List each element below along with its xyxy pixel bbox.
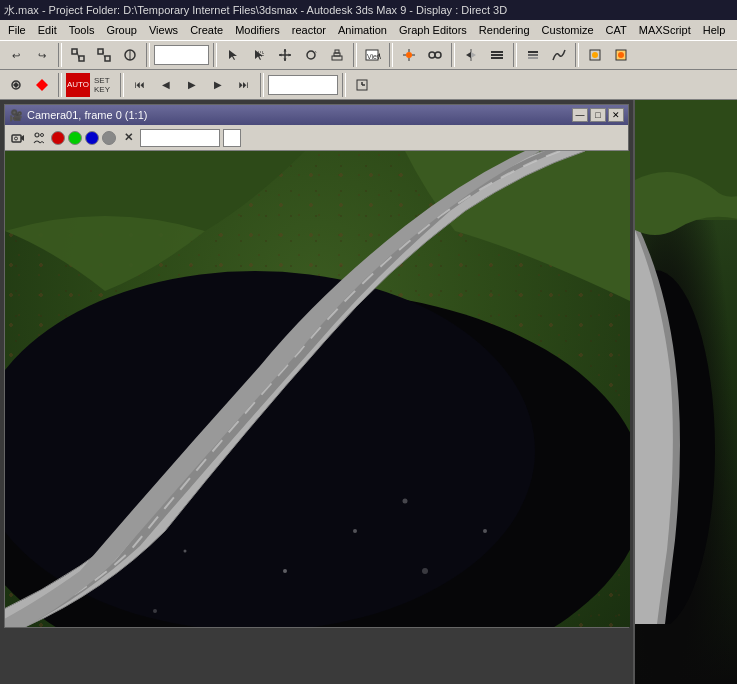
align-button[interactable] — [485, 43, 509, 67]
vp-gray-circle[interactable] — [102, 131, 116, 145]
svg-marker-43 — [13, 82, 19, 88]
bind-to-space-warp[interactable] — [118, 43, 142, 67]
undo-button[interactable]: ↩ — [4, 43, 28, 67]
view-label: View — [272, 79, 296, 91]
menu-graph-editors[interactable]: Graph Editors — [393, 22, 473, 38]
select-scale-button[interactable] — [325, 43, 349, 67]
tb-separator-2 — [146, 43, 150, 67]
render-button[interactable] — [609, 43, 633, 67]
vp-color-mode-dropdown[interactable]: RGB Alpha ▾ — [140, 129, 220, 147]
svg-marker-11 — [284, 49, 287, 52]
svg-rect-33 — [491, 54, 503, 56]
tb-separator-4 — [353, 43, 357, 67]
set-key-button[interactable] — [30, 73, 54, 97]
title-bar: 水.max - Project Folder: D:\Temporary Int… — [0, 0, 737, 20]
viewport-title: Camera01, frame 0 (1:1) — [27, 109, 147, 121]
menu-help[interactable]: Help — [697, 22, 732, 38]
menu-create[interactable]: Create — [184, 22, 229, 38]
svg-marker-13 — [279, 54, 282, 57]
viewport-close-btn[interactable]: ✕ — [608, 108, 624, 122]
render-setup-button[interactable] — [583, 43, 607, 67]
viewport-panel: 🎥 Camera01, frame 0 (1:1) — □ ✕ — [0, 100, 633, 684]
right-panel-content — [635, 100, 737, 684]
viewport-window: 🎥 Camera01, frame 0 (1:1) — □ ✕ — [4, 104, 629, 628]
menu-animation[interactable]: Animation — [332, 22, 393, 38]
vp-figures-icon — [30, 129, 48, 147]
right-panel-svg — [635, 100, 737, 624]
menu-tools[interactable]: Tools — [63, 22, 101, 38]
select-region-button[interactable] — [247, 43, 271, 67]
mirror-button[interactable] — [459, 43, 483, 67]
view-dropdown[interactable]: View ▾ — [268, 75, 338, 95]
selection-filter-dropdown[interactable]: All ▾ — [154, 45, 209, 65]
vp-x-btn[interactable]: ✕ — [119, 129, 137, 147]
select-object-button[interactable] — [221, 43, 245, 67]
svg-marker-31 — [471, 52, 476, 58]
vp-red-circle[interactable] — [51, 131, 65, 145]
keyframe-mode-button[interactable] — [4, 73, 28, 97]
svg-rect-3 — [98, 49, 103, 54]
redo-button[interactable]: ↪ — [30, 43, 54, 67]
viewport-canvas[interactable] — [5, 151, 630, 627]
svg-point-28 — [435, 52, 441, 58]
menu-maxscript[interactable]: MAXScript — [633, 22, 697, 38]
title-text: 水.max - Project Folder: D:\Temporary Int… — [4, 3, 507, 18]
vp-green-circle[interactable] — [68, 131, 82, 145]
svg-point-15 — [307, 51, 315, 59]
menu-file[interactable]: File — [2, 22, 32, 38]
menu-edit[interactable]: Edit — [32, 22, 63, 38]
play-animation-button[interactable]: ▶ — [180, 73, 204, 97]
svg-point-58 — [184, 550, 187, 553]
viewport-restore-btn[interactable]: □ — [590, 108, 606, 122]
select-rotate-button[interactable] — [299, 43, 323, 67]
svg-point-50 — [15, 137, 18, 140]
pivot-center-button[interactable] — [397, 43, 421, 67]
vp-blue-circle[interactable] — [85, 131, 99, 145]
svg-rect-1 — [79, 56, 84, 61]
auto-key-button[interactable]: AUTO — [66, 73, 90, 97]
svg-point-22 — [406, 52, 412, 58]
menu-group[interactable]: Group — [100, 22, 143, 38]
reference-coord-dropdown[interactable]: View — [361, 43, 385, 67]
svg-point-62 — [422, 568, 428, 574]
select-link-button[interactable] — [66, 43, 90, 67]
menu-modifiers[interactable]: Modifiers — [229, 22, 286, 38]
svg-rect-35 — [528, 51, 538, 53]
viewport-title-buttons: — □ ✕ — [572, 108, 624, 122]
menu-views[interactable]: Views — [143, 22, 184, 38]
select-move-button[interactable] — [273, 43, 297, 67]
svg-point-61 — [483, 529, 487, 533]
svg-point-59 — [403, 499, 408, 504]
set-key-mode-button[interactable]: SET KEY — [92, 73, 116, 97]
svg-point-52 — [41, 133, 44, 136]
svg-rect-48 — [12, 135, 21, 142]
unlink-button[interactable] — [92, 43, 116, 67]
svg-marker-14 — [289, 54, 292, 57]
svg-rect-16 — [332, 56, 342, 60]
tb-separator-7 — [513, 43, 517, 67]
toolbar2: AUTO SET KEY ⏮ ◀ ▶ ▶ ⏭ View ▾ — [0, 70, 737, 100]
viewport-minimize-btn[interactable]: — — [572, 108, 588, 122]
svg-point-51 — [35, 133, 39, 137]
svg-rect-37 — [528, 57, 538, 59]
time-config-button[interactable] — [350, 73, 374, 97]
menu-reactor[interactable]: reactor — [286, 22, 332, 38]
menu-customize[interactable]: Customize — [536, 22, 600, 38]
svg-rect-18 — [335, 50, 339, 53]
go-to-end-button[interactable]: ⏭ — [232, 73, 256, 97]
menu-bar: File Edit Tools Group Views Create Modif… — [0, 20, 737, 40]
vp-white-swatch[interactable] — [223, 129, 241, 147]
layer-manager-button[interactable] — [521, 43, 545, 67]
select-and-link-button[interactable] — [423, 43, 447, 67]
viewport-titlebar: 🎥 Camera01, frame 0 (1:1) — □ ✕ — [5, 105, 628, 125]
prev-frame-button[interactable]: ◀ — [154, 73, 178, 97]
go-to-start-button[interactable]: ⏮ — [128, 73, 152, 97]
menu-rendering[interactable]: Rendering — [473, 22, 536, 38]
menu-cat[interactable]: CAT — [600, 22, 633, 38]
tb-separator-1 — [58, 43, 62, 67]
right-panel — [633, 100, 737, 684]
svg-point-60 — [153, 609, 157, 613]
next-frame-button[interactable]: ▶ — [206, 73, 230, 97]
tb2-sep-3 — [260, 73, 264, 97]
curve-editor-button[interactable] — [547, 43, 571, 67]
